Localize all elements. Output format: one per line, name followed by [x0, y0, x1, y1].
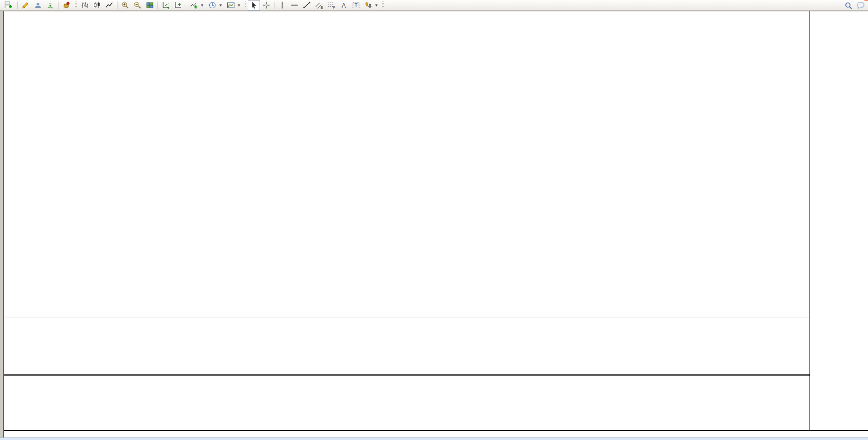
trendline-icon — [303, 1, 311, 9]
new-order-icon — [4, 1, 12, 9]
trendline-tool-button[interactable] — [301, 0, 313, 11]
signals-icon — [46, 1, 54, 9]
fibonacci-icon: F — [327, 1, 336, 9]
dropdown-arrow-icon: ▼ — [374, 3, 379, 8]
bar-chart-mode-button[interactable] — [78, 0, 91, 11]
chart-window-button-1[interactable] — [160, 0, 172, 11]
tile-windows-button[interactable] — [144, 0, 156, 11]
text-tool-button[interactable]: A — [338, 0, 350, 11]
rsi-panel[interactable] — [4, 376, 810, 430]
equidistant-channel-icon: E — [315, 1, 323, 9]
chart-window — [4, 11, 868, 437]
chart-axes-plus-icon — [174, 1, 182, 9]
svg-text:E: E — [321, 6, 323, 9]
window-left-edge — [0, 11, 4, 437]
auto-trading-icon — [62, 1, 70, 9]
signals-button[interactable] — [44, 0, 56, 11]
toolbar-right-group — [844, 1, 865, 10]
horizontal-line-icon — [290, 1, 299, 9]
fibonacci-tool-button[interactable]: F — [325, 0, 338, 11]
crosshair-icon — [262, 1, 270, 9]
label-tool-button[interactable]: T — [350, 0, 362, 11]
zoom-out-icon — [133, 1, 142, 9]
horizontal-line-tool-button[interactable] — [288, 0, 301, 11]
add-indicator-icon — [190, 1, 198, 9]
svg-text:T: T — [354, 3, 358, 8]
arrows-tool-button[interactable]: ▼ — [362, 0, 381, 11]
dropdown-arrow-icon: ▼ — [200, 3, 204, 8]
candlestick-icon — [93, 1, 101, 9]
chart-symbol-label — [8, 14, 13, 20]
svg-text:A: A — [342, 2, 346, 9]
bar-chart-icon — [81, 1, 89, 9]
community-button[interactable] — [32, 0, 44, 11]
templates-button[interactable]: ▼ — [225, 0, 243, 11]
periods-button[interactable]: ▼ — [206, 0, 225, 11]
search-icon[interactable] — [844, 2, 853, 10]
notifications-chat-icon[interactable] — [857, 2, 865, 10]
text-icon: A — [340, 1, 348, 9]
zoom-out-button[interactable] — [131, 0, 144, 11]
vertical-line-tool-button[interactable] — [276, 0, 288, 11]
dropdown-arrow-icon: ▼ — [219, 3, 223, 8]
svg-text:F: F — [333, 6, 335, 9]
chart-axes-icon — [162, 1, 170, 9]
cursor-tool-button[interactable] — [248, 0, 260, 11]
main-price-chart[interactable] — [4, 11, 810, 316]
tile-windows-icon — [146, 1, 154, 9]
text-label-icon: T — [352, 1, 360, 9]
status-strip — [0, 437, 868, 440]
line-chart-icon — [105, 1, 113, 9]
candlestick-mode-button[interactable] — [91, 0, 103, 11]
crosshair-tool-button[interactable] — [260, 0, 272, 11]
macd-panel[interactable] — [4, 317, 810, 374]
channel-tool-button[interactable]: E — [313, 0, 325, 11]
zoom-in-icon — [121, 1, 129, 9]
styler-icon — [22, 1, 30, 9]
cursor-icon — [250, 1, 258, 9]
zoom-in-button[interactable] — [119, 0, 131, 11]
main-toolbar: ▼ ▼ ▼ E — [0, 0, 868, 11]
community-cloud-icon — [34, 1, 42, 9]
dropdown-arrow-icon: ▼ — [237, 3, 241, 8]
auto-trading-button[interactable] — [60, 0, 74, 11]
chart-window-button-2[interactable] — [172, 0, 184, 11]
line-chart-mode-button[interactable] — [103, 0, 115, 11]
price-axis[interactable] — [810, 11, 868, 430]
new-order-button[interactable] — [2, 0, 16, 11]
clock-icon — [208, 1, 216, 9]
template-icon — [227, 1, 235, 9]
vertical-line-icon — [278, 1, 286, 9]
notification-badge — [864, 0, 868, 1]
metatrader-terminal: { "toolbar": { "new_order_label": "新订单",… — [0, 0, 868, 440]
arrow-objects-icon — [364, 1, 372, 9]
add-indicator-button[interactable]: ▼ — [188, 0, 206, 11]
styler-button[interactable] — [19, 0, 32, 11]
